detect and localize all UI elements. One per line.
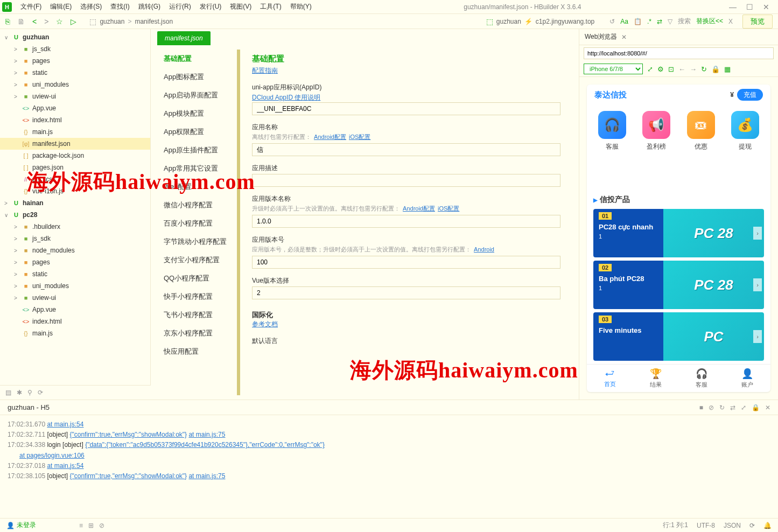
chevron-right-icon[interactable]: › (753, 330, 762, 343)
lock-icon[interactable]: 🔒 (711, 65, 720, 73)
menu-item[interactable]: 编辑(E) (46, 3, 76, 10)
console-body[interactable]: 17:02:31.670 at main.js:54 17:02:32.711 … (0, 415, 778, 518)
config-guide-link[interactable]: 配置指南 (252, 67, 278, 74)
tree-arrow-icon[interactable] (14, 260, 22, 265)
maximize-button[interactable]: ☐ (746, 3, 753, 11)
regex-icon[interactable]: .* (647, 18, 651, 25)
tree-arrow-icon[interactable] (14, 248, 22, 254)
sb-problems-icon[interactable]: ⊞ (88, 522, 94, 529)
editor-tab[interactable]: manifest.json (157, 31, 211, 45)
config-nav-item[interactable]: 字节跳动小程序配置 (157, 233, 237, 251)
console-restart-icon[interactable]: ↻ (719, 404, 725, 411)
tree-arrow-icon[interactable] (4, 212, 12, 218)
menu-item[interactable]: 文件(F) (16, 3, 46, 10)
config-nav-item[interactable]: 百度小程序配置 (157, 214, 237, 233)
search-label[interactable]: 搜索 (678, 17, 691, 26)
config-nav-item[interactable]: App模块配置 (157, 104, 237, 123)
appdesc-input[interactable] (252, 174, 560, 187)
tree-arrow-icon[interactable] (14, 224, 22, 230)
menu-item[interactable]: 查找(I) (106, 3, 134, 10)
console-close-icon[interactable]: ✕ (765, 404, 770, 411)
console-link[interactable]: at pages/login.vue:106 (19, 452, 85, 459)
tree-item[interactable]: //uni.scss (0, 173, 150, 185)
clipboard-icon[interactable]: 📋 (634, 18, 642, 25)
tree-item[interactable]: Upc28 (0, 209, 150, 221)
browser-tab-close[interactable]: ✕ (621, 33, 627, 41)
appname-input[interactable] (252, 143, 560, 156)
menu-item[interactable]: 选择(S) (76, 3, 106, 10)
config-nav-item[interactable]: 支付宝小程序配置 (157, 251, 237, 269)
tree-arrow-icon[interactable] (14, 82, 22, 88)
tree-arrow-icon[interactable] (14, 271, 22, 277)
font-icon[interactable]: Aa (620, 18, 628, 25)
tree-item[interactable]: ■pages (0, 55, 150, 67)
login-status[interactable]: 👤未登录 (6, 521, 36, 530)
tree-item[interactable]: ■.hbuilderx (0, 221, 150, 233)
back-icon[interactable]: < (32, 17, 37, 26)
ios-link[interactable]: iOS配置 (349, 134, 370, 140)
vn-android[interactable]: Android配置 (403, 205, 435, 212)
tree-arrow-icon[interactable] (14, 295, 22, 301)
config-nav-item[interactable]: 快应用配置 (157, 342, 237, 361)
save-icon[interactable]: 🗎 (17, 17, 25, 26)
config-nav-item[interactable]: App启动界面配置 (157, 86, 237, 104)
console-lock-icon[interactable]: 🔒 (752, 404, 760, 411)
tree-item[interactable]: [φ]manifest.json (0, 138, 150, 150)
config-nav-item[interactable]: 快手小程序配置 (157, 288, 237, 306)
config-nav-item[interactable]: 京东小程序配置 (157, 324, 237, 342)
menu-item[interactable]: 帮助(Y) (286, 3, 316, 10)
preview-button[interactable]: 预览 (742, 15, 773, 29)
recharge-button[interactable]: 充值 (737, 89, 763, 101)
config-nav-item[interactable]: App图标配置 (157, 68, 237, 86)
console-link[interactable]: at main.js:54 (47, 462, 83, 470)
tree-arrow-icon[interactable] (14, 46, 22, 52)
tree-item[interactable]: ■node_modules (0, 244, 150, 256)
cursor-pos[interactable]: 行:1 列:1 (663, 521, 688, 530)
tree-item[interactable]: <>App.vue (0, 102, 150, 114)
new-file-icon[interactable]: ⎘ (5, 17, 10, 26)
breadcrumb-project[interactable]: guzhuan (100, 18, 124, 25)
config-nav-item[interactable]: Web配置 (157, 178, 237, 196)
config-nav-item[interactable]: App权限配置 (157, 123, 237, 141)
close-button[interactable]: ✕ (763, 3, 769, 11)
config-nav-item[interactable]: App常用其它设置 (157, 159, 237, 178)
tree-arrow-icon[interactable] (14, 236, 22, 242)
filter-icon[interactable]: ▽ (668, 18, 672, 25)
appid-hint[interactable]: DCloud AppID 使用说明 (252, 94, 320, 101)
bell-icon[interactable]: 🔔 (763, 522, 772, 529)
tree-item[interactable]: ■static (0, 67, 150, 79)
vc-android[interactable]: Android (474, 246, 494, 253)
console-link[interactable]: {"data":{"token":"ac9d5b05373f99d4cfe41b… (85, 441, 325, 449)
tree-item[interactable]: ■uni_modules (0, 79, 150, 90)
tree-item[interactable]: <>index.html (0, 316, 150, 327)
record-icon[interactable]: ⊡ (668, 65, 674, 73)
quick-action[interactable]: 📢盈利榜 (642, 111, 670, 151)
bottom-nav-item[interactable]: ⮐首页 (587, 365, 633, 392)
config-nav-item[interactable]: QQ小程序配置 (157, 269, 237, 288)
tree-arrow-icon[interactable] (4, 34, 12, 40)
menu-item[interactable]: 运行(R) (165, 3, 195, 10)
chevron-right-icon[interactable]: › (753, 278, 762, 291)
tree-arrow-icon[interactable] (14, 70, 22, 76)
tree-item[interactable]: Uguzhuan (0, 31, 150, 43)
run-project[interactable]: guzhuan (496, 18, 521, 25)
tree-item[interactable]: ■js_sdk (0, 233, 150, 244)
menu-item[interactable]: 跳转(G) (134, 3, 165, 10)
tree-item[interactable]: ■uview-ui (0, 292, 150, 304)
tree-item[interactable]: <>index.html (0, 114, 150, 126)
console-expand-icon[interactable]: ⤢ (741, 404, 746, 411)
tree-item[interactable]: Uhainan (0, 197, 150, 209)
tree-item[interactable]: {}vue-i18n.js (0, 185, 150, 197)
console-link[interactable]: at main.js:75 (188, 431, 225, 438)
console-link[interactable]: at main.js:75 (188, 472, 225, 480)
browser-tab-label[interactable]: Web浏览器 (585, 32, 617, 41)
breadcrumb-file[interactable]: manifest.json (135, 18, 173, 25)
tree-item[interactable]: [ ]package-lock.json (0, 150, 150, 162)
console-clear-icon[interactable]: ⊘ (709, 404, 714, 411)
extensions-icon[interactable]: ✱ (17, 389, 22, 396)
sb-terminal-icon[interactable]: ≡ (79, 522, 83, 529)
i18n-link[interactable]: 参考文档 (252, 320, 278, 328)
console-wrap-icon[interactable]: ⇄ (730, 404, 735, 411)
android-link[interactable]: Android配置 (314, 134, 346, 140)
config-nav-item[interactable]: App原生插件配置 (157, 141, 237, 159)
